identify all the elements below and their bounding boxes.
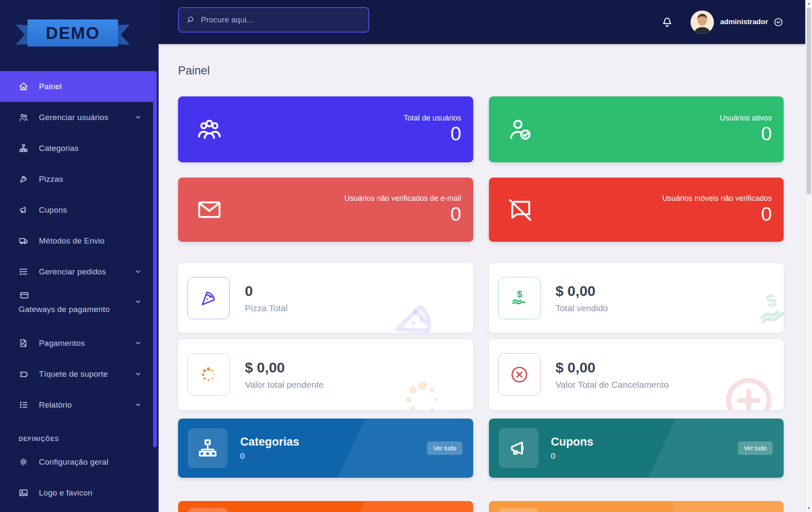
sitemap-icon (19, 143, 28, 153)
link-row-2 (178, 501, 784, 512)
link-card-value: 0 (551, 452, 594, 461)
sidebar-item-metodos-de-envio[interactable]: Métodos de Envio (0, 225, 155, 256)
sidebar-nav: Painel Gerenciar usuários Categorias Piz… (0, 71, 155, 508)
sidebar-item-label: Gerenciar pedidos (39, 267, 106, 277)
search-icon (186, 15, 195, 25)
chevron-down-icon (134, 298, 142, 305)
link-card-partial-2[interactable] (489, 501, 784, 512)
chevron-down-icon (134, 268, 142, 275)
info-label: Valor total pendente (245, 380, 324, 390)
sidebar-item-categorias[interactable]: Categorias (0, 133, 155, 164)
info-value: 0 (245, 283, 288, 299)
sidebar-item-label: Gateways de pagamento (19, 305, 155, 314)
sidebar-item-pizzas[interactable]: Pizzas (0, 164, 155, 194)
username-label[interactable]: administrador (720, 18, 768, 26)
scrollbar-thumb[interactable] (807, 8, 811, 194)
sidebar-scrollbar-thumb[interactable] (153, 71, 157, 447)
ver-tudo-badge[interactable]: Ver tudo (738, 441, 773, 455)
circle-x-icon (509, 364, 529, 385)
sidebar-item-label: Configuração geral (39, 457, 108, 467)
stat-card-total-usuarios: Total de usuários 0 (178, 96, 473, 162)
stat-card-moveis-nao-verificados: Usuários móveis não verificados 0 (489, 178, 784, 242)
sidebar-item-label: Pagamentos (39, 339, 85, 348)
stat-value: 0 (720, 123, 772, 145)
pizza-watermark-icon (385, 289, 450, 333)
list-check-icon (19, 267, 28, 277)
stat-text: Usuários não verificados de e-mail 0 (344, 194, 461, 225)
link-row-1: Categorias 0 Ver tudo Cupons 0 Ver tudo (178, 419, 784, 478)
topbar: administrador (159, 0, 805, 44)
scroll-up-arrow-icon[interactable]: ▲ (806, 0, 812, 7)
pizza-icon (198, 288, 219, 308)
logo-text: DEMO (46, 24, 100, 43)
info-value: $ 0,00 (556, 359, 669, 376)
stat-text: Usuários ativos 0 (720, 114, 772, 145)
sidebar-item-label: Gerenciar usuários (39, 113, 108, 122)
sidebar-item-gerenciar-usuarios[interactable]: Gerenciar usuários (0, 102, 155, 133)
page-title: Painel (178, 64, 784, 77)
search-input[interactable] (201, 15, 362, 25)
avatar[interactable] (691, 11, 714, 34)
avatar-photo (691, 11, 714, 34)
ticket-icon (19, 369, 28, 379)
window-scrollbar[interactable]: ▲ ▼ (805, 0, 812, 512)
info-card-total-vendido: $ $ 0,00 Total vendido $ (489, 263, 784, 333)
search-box (178, 7, 369, 33)
icon-box (188, 508, 228, 512)
sms-slash-icon (507, 196, 534, 223)
sidebar-item-pagamentos[interactable]: $ Pagamentos (0, 328, 155, 359)
sidebar-item-label: Logo e favicon (39, 488, 92, 498)
topbar-right: administrador (661, 0, 783, 44)
sidebar-item-cupons[interactable]: Cupons (0, 194, 155, 225)
sidebar-item-label: Tíquete de suporte (39, 370, 108, 379)
info-value: $ 0,00 (245, 359, 324, 376)
sidebar-item-tiquete-de-suporte[interactable]: Tíquete de suporte (0, 359, 155, 389)
chevron-down-icon (134, 114, 142, 121)
hand-dollar-watermark-icon: $ (748, 284, 784, 333)
icon-box (187, 277, 230, 319)
hand-dollar-icon: $ (509, 288, 529, 308)
sidebar-item-gateways-de-pagamento[interactable]: Gateways de pagamento (0, 287, 155, 328)
info-card-valor-cancelamento: $ 0,00 Valor Total de Cancelamento (489, 339, 784, 410)
users-group-icon (196, 116, 223, 143)
sidebar-item-label: Categorias (39, 144, 79, 153)
info-card-pizza-total: 0 Pizza Total (178, 263, 473, 333)
info-text: 0 Pizza Total (245, 283, 288, 313)
sidebar: DEMO Painel Gerenciar usuários Categoria… (0, 0, 159, 512)
info-label: Valor Total de Cancelamento (556, 380, 669, 390)
svg-text:$: $ (764, 290, 779, 312)
link-card-title: Categorias (240, 435, 299, 449)
notification-bell-icon[interactable] (661, 16, 673, 28)
sidebar-item-label: Métodos de Envio (39, 236, 104, 246)
sidebar-item-configuracao-geral[interactable]: Configuração geral (0, 446, 155, 477)
link-card-partial-1[interactable] (178, 501, 473, 512)
sidebar-item-label: Cupons (39, 205, 67, 215)
sidebar-item-label: Pizzas (39, 175, 63, 184)
link-card-text: Categorias 0 (240, 435, 299, 461)
sidebar-item-logo-e-favicon[interactable]: Logo e favicon (0, 477, 155, 508)
envelope-icon (196, 196, 223, 223)
invoice-dollar-icon: $ (19, 338, 28, 348)
link-card-cupons[interactable]: Cupons 0 Ver tudo (489, 419, 784, 478)
stat-label: Total de usuários (403, 114, 461, 123)
link-card-categorias[interactable]: Categorias 0 Ver tudo (178, 419, 473, 478)
chevron-circle-down-icon[interactable] (774, 17, 783, 27)
ver-tudo-badge[interactable]: Ver tudo (427, 441, 462, 455)
stat-label: Usuários móveis não verificados (662, 194, 772, 203)
icon-box (498, 353, 540, 396)
stat-card-usuarios-ativos: Usuários ativos 0 (489, 96, 784, 162)
megaphone-icon (508, 438, 529, 459)
scroll-down-arrow-icon[interactable]: ▼ (806, 505, 812, 512)
stat-card-nao-verificados-email: Usuários não verificados de e-mail 0 (178, 178, 473, 242)
circle-plus-watermark-icon (720, 372, 777, 410)
spinner-icon (198, 364, 219, 385)
megaphone-icon (19, 205, 28, 215)
sitemap-icon (197, 438, 218, 459)
sidebar-item-relatorio[interactable]: Relatório (0, 389, 155, 420)
icon-box (499, 428, 538, 468)
sidebar-section-definicoes: DEFINIÇÕES (0, 435, 155, 442)
sidebar-item-gerenciar-pedidos[interactable]: Gerenciar pedidos (0, 256, 155, 287)
chevron-down-icon (134, 340, 142, 347)
link-card-text: Cupons 0 (551, 435, 594, 461)
sidebar-item-painel[interactable]: Painel (0, 71, 155, 102)
